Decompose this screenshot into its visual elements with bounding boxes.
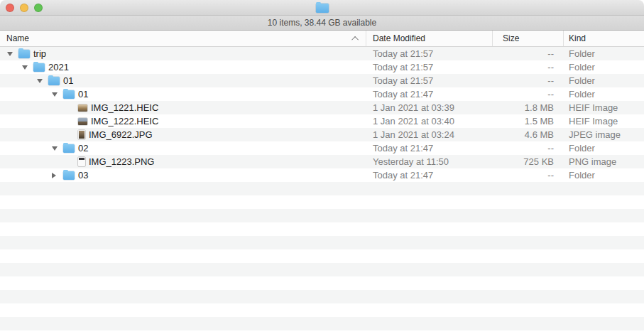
close-button[interactable] <box>6 4 14 12</box>
photo-thumbnail-icon <box>78 118 87 125</box>
kind-cell: PNG image <box>563 156 644 167</box>
item-name-label: IMG_6922.JPG <box>89 129 153 140</box>
disclosure-triangle-icon[interactable] <box>52 92 58 97</box>
disclosure-slot <box>6 52 18 56</box>
table-row[interactable]: 01 Today at 21:57 -- Folder <box>0 74 644 87</box>
kind-cell: JPEG image <box>563 129 644 140</box>
empty-stripe-row <box>0 222 644 236</box>
empty-stripe-row <box>0 330 644 334</box>
size-cell: -- <box>492 48 563 59</box>
proxy-folder-icon[interactable] <box>316 3 329 16</box>
item-name-label: 01 <box>78 89 88 99</box>
name-cell: IMG_1221.HEIC <box>0 102 366 113</box>
table-row[interactable]: IMG_1222.HEIC 1 Jan 2021 at 03:40 1.5 MB… <box>0 114 644 128</box>
folder-icon <box>33 63 45 72</box>
kind-cell: HEIF Image <box>563 102 644 113</box>
empty-stripe-row <box>0 276 644 290</box>
table-row[interactable]: trip Today at 21:57 -- Folder <box>0 47 644 60</box>
size-cell: -- <box>492 89 563 99</box>
date-modified-cell: Yesterday at 11:50 <box>366 156 492 167</box>
folder-icon <box>63 90 75 99</box>
date-modified-cell: Today at 21:47 <box>366 170 492 181</box>
disclosure-triangle-icon[interactable] <box>37 79 43 83</box>
name-cell: IMG_1223.PNG <box>0 156 366 167</box>
column-header-size[interactable]: Size <box>492 31 563 46</box>
empty-stripe-row <box>0 236 644 249</box>
window-controls <box>0 4 43 12</box>
date-modified-cell: 1 Jan 2021 at 03:39 <box>366 102 492 113</box>
folder-icon <box>316 4 329 13</box>
disclosure-slot <box>51 92 63 97</box>
column-header-kind[interactable]: Kind <box>563 31 644 46</box>
date-modified-cell: Today at 21:57 <box>366 62 492 72</box>
item-name-label: 02 <box>78 143 88 153</box>
empty-stripe-row <box>0 303 644 317</box>
photo-thumbnail-icon <box>78 157 85 166</box>
name-cell: 2021 <box>0 62 366 72</box>
disclosure-triangle-icon[interactable] <box>52 173 56 178</box>
status-text: 10 items, 38.44 GB available <box>268 18 376 28</box>
item-name-label: 2021 <box>48 62 69 72</box>
column-header-row: Name Date Modified Size Kind <box>0 31 644 47</box>
size-cell: -- <box>492 143 563 153</box>
disclosure-slot <box>51 146 63 151</box>
empty-stripe-row <box>0 263 644 276</box>
column-header-size-label: Size <box>503 33 519 43</box>
disclosure-triangle-icon[interactable] <box>52 146 58 151</box>
date-modified-cell: Today at 21:47 <box>366 143 492 153</box>
kind-cell: HEIF Image <box>563 116 644 126</box>
zoom-button[interactable] <box>34 4 43 12</box>
size-cell: -- <box>492 62 563 72</box>
date-modified-cell: 1 Jan 2021 at 03:40 <box>366 116 492 126</box>
finder-window: 10 items, 38.44 GB available Name Date M… <box>0 0 644 334</box>
name-cell: 01 <box>0 89 366 99</box>
title-bar[interactable] <box>0 0 644 16</box>
empty-stripe-row <box>0 290 644 303</box>
file-list: trip Today at 21:57 -- Folder 2021 Today… <box>0 47 644 334</box>
table-row[interactable]: IMG_1221.HEIC 1 Jan 2021 at 03:39 1.8 MB… <box>0 101 644 114</box>
column-header-date-label: Date Modified <box>373 33 425 43</box>
table-row[interactable]: 03 Today at 21:47 -- Folder <box>0 168 644 182</box>
table-row[interactable]: 2021 Today at 21:57 -- Folder <box>0 60 644 74</box>
date-modified-cell: 1 Jan 2021 at 03:24 <box>366 129 492 140</box>
disclosure-triangle-icon[interactable] <box>22 65 28 70</box>
item-name-label: 03 <box>78 170 88 181</box>
date-modified-cell: Today at 21:47 <box>366 89 492 99</box>
kind-cell: Folder <box>563 89 644 99</box>
kind-cell: Folder <box>563 62 644 72</box>
name-cell: trip <box>0 48 366 59</box>
size-cell: -- <box>492 170 563 181</box>
table-row[interactable]: IMG_1223.PNG Yesterday at 11:50 725 KB P… <box>0 155 644 168</box>
column-header-kind-label: Kind <box>569 33 586 43</box>
status-bar: 10 items, 38.44 GB available <box>0 16 644 31</box>
table-row[interactable]: IMG_6922.JPG 1 Jan 2021 at 03:24 4.6 MB … <box>0 128 644 141</box>
size-cell: 1.5 MB <box>492 116 563 126</box>
folder-icon <box>48 77 60 85</box>
item-name-label: trip <box>33 48 46 59</box>
size-cell: 1.8 MB <box>492 102 563 113</box>
kind-cell: Folder <box>563 75 644 86</box>
empty-stripe-row <box>0 182 644 195</box>
disclosure-slot <box>51 173 63 178</box>
item-name-label: IMG_1223.PNG <box>89 156 155 167</box>
table-row[interactable]: 02 Today at 21:47 -- Folder <box>0 141 644 155</box>
name-cell: 03 <box>0 170 366 181</box>
table-row[interactable]: 01 Today at 21:47 -- Folder <box>0 87 644 101</box>
folder-icon <box>18 50 30 58</box>
name-cell: IMG_1222.HEIC <box>0 116 366 126</box>
disclosure-slot <box>21 65 33 70</box>
minimize-button[interactable] <box>20 4 28 12</box>
date-modified-cell: Today at 21:57 <box>366 75 492 86</box>
disclosure-triangle-icon[interactable] <box>7 52 13 56</box>
column-header-date-modified[interactable]: Date Modified <box>366 31 492 46</box>
name-cell: 01 <box>0 75 366 86</box>
item-name-label: IMG_1221.HEIC <box>91 102 158 113</box>
column-header-name[interactable]: Name <box>0 31 366 46</box>
size-cell: -- <box>492 75 563 86</box>
photo-thumbnail-icon <box>78 104 87 112</box>
item-name-label: IMG_1222.HEIC <box>91 116 158 126</box>
kind-cell: Folder <box>563 170 644 181</box>
kind-cell: Folder <box>563 48 644 59</box>
name-cell: IMG_6922.JPG <box>0 129 366 140</box>
empty-stripe-row <box>0 195 644 209</box>
